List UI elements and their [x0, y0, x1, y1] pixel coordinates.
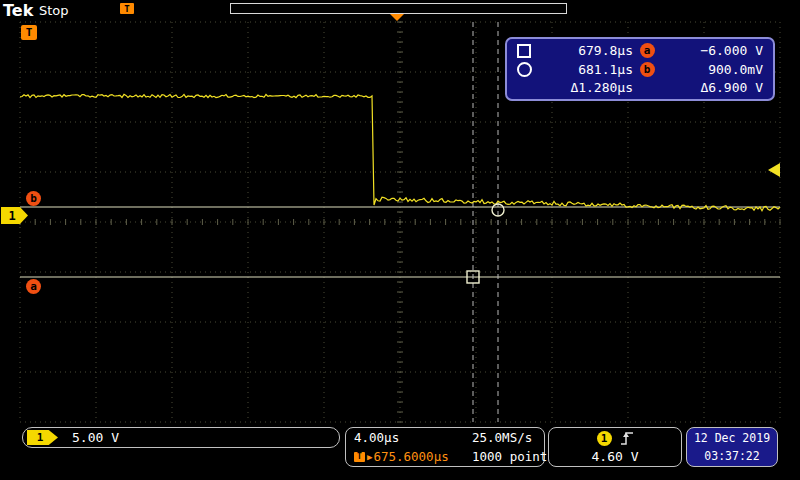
- trigger-marker-icon: T: [21, 25, 37, 40]
- trigger-position-value: 675.6000µs: [373, 449, 448, 464]
- square-cursor-icon: [517, 44, 531, 58]
- trigger-status-box: 1 4.60 V: [548, 427, 682, 467]
- datetime-box: 12 Dec 2019 03:37:22: [686, 427, 778, 467]
- cursor-b-badge: b: [640, 62, 655, 77]
- record-position-arrow-icon: ▶: [367, 452, 372, 462]
- horizontal-status-box: 4.00µs 25.0MS/s T ▶ 675.6000µs 1000 poin…: [345, 427, 545, 467]
- trigger-position-arrow-icon: [390, 14, 404, 21]
- acquisition-status: Stop: [39, 3, 69, 18]
- sample-rate: 25.0MS/s: [464, 430, 555, 445]
- trigger-position-flag-icon: T: [120, 3, 134, 14]
- cursor-a-badge: a: [640, 43, 655, 58]
- trigger-level-arrow-icon: [768, 163, 780, 177]
- trigger-level: 4.60 V: [592, 449, 639, 464]
- cursor-readout-delta-row: Δ1.280µs Δ6.900 V: [507, 79, 773, 97]
- cursor-a-marker: a: [26, 279, 41, 294]
- record-length: 1000 points: [464, 449, 555, 464]
- cursor1-time: 679.8µs: [541, 43, 633, 58]
- date-label: 12 Dec 2019: [694, 431, 770, 445]
- cursor-readout-row-1: 679.8µs a −6.000 V: [507, 42, 773, 60]
- tek-logo: Tek: [3, 1, 33, 20]
- cursor-b-marker: b: [26, 191, 41, 206]
- cursor-readout-row-2: 681.1µs b 900.0mV: [507, 60, 773, 78]
- delta-time: Δ1.280µs: [541, 80, 633, 95]
- channel1-badge: 1: [27, 430, 58, 445]
- rising-edge-icon: [620, 430, 634, 446]
- timebase-scale: 4.00µs: [346, 430, 464, 445]
- cursor-b-voltage: 900.0mV: [661, 62, 773, 77]
- record-view-bar: [230, 3, 567, 14]
- delta-voltage: Δ6.900 V: [661, 80, 773, 95]
- trigger-position-t-icon: T: [354, 452, 365, 462]
- cursor-readout-panel: 679.8µs a −6.000 V 681.1µs b 900.0mV Δ1.…: [505, 37, 775, 101]
- channel1-status-box: 1 5.00 V: [22, 427, 340, 448]
- cursor2-time: 681.1µs: [541, 62, 633, 77]
- trigger-source-badge: 1: [597, 431, 612, 446]
- trigger-position-readout: T ▶ 675.6000µs: [346, 449, 464, 464]
- cursor-a-voltage: −6.000 V: [661, 43, 773, 58]
- time-label: 03:37:22: [704, 449, 759, 463]
- circle-cursor-icon: [517, 62, 532, 77]
- channel1-scale: 5.00 V: [72, 430, 119, 445]
